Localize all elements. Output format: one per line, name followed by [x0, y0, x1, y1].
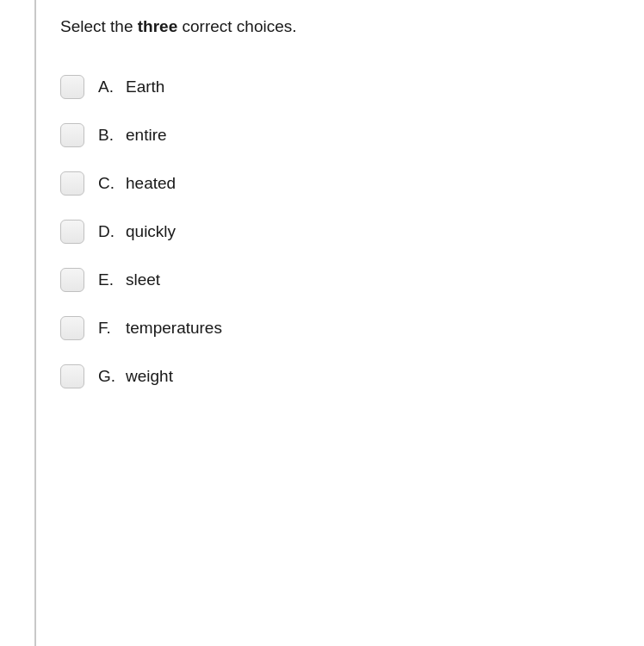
checkbox-d[interactable]	[60, 220, 84, 244]
choice-letter-f: F.	[98, 319, 117, 338]
choice-text-f: temperatures	[126, 319, 222, 338]
checkbox-a[interactable]	[60, 75, 84, 99]
choice-text-c: heated	[126, 174, 176, 193]
instruction-emphasis: three	[138, 17, 177, 35]
left-border	[0, 0, 36, 646]
checkbox-c[interactable]	[60, 171, 84, 196]
choice-text-b: entire	[126, 126, 167, 145]
choice-letter-g: G.	[98, 367, 117, 386]
checkbox-e[interactable]	[60, 268, 84, 292]
choice-item-c[interactable]: C.heated	[60, 159, 623, 208]
choice-label-e[interactable]: E.sleet	[98, 270, 160, 289]
choice-letter-e: E.	[98, 270, 117, 289]
choice-letter-c: C.	[98, 174, 117, 193]
choice-item-f[interactable]: F.temperatures	[60, 304, 623, 352]
choice-letter-b: B.	[98, 126, 117, 145]
choice-text-g: weight	[126, 367, 173, 386]
choice-label-b[interactable]: B.entire	[98, 126, 167, 145]
choice-label-d[interactable]: D.quickly	[98, 222, 176, 241]
choice-text-e: sleet	[126, 270, 160, 289]
content-area: Select the three correct choices. A.Eart…	[36, 0, 644, 646]
instruction-text: Select the three correct choices.	[60, 16, 623, 39]
choice-label-f[interactable]: F.temperatures	[98, 319, 222, 338]
checkbox-b[interactable]	[60, 123, 84, 147]
choice-item-a[interactable]: A.Earth	[60, 63, 623, 111]
choice-letter-a: A.	[98, 78, 117, 96]
checkbox-g[interactable]	[60, 364, 84, 388]
checkbox-f[interactable]	[60, 316, 84, 340]
choice-list: A.EarthB.entireC.heatedD.quicklyE.sleetF…	[60, 63, 623, 401]
choice-label-c[interactable]: C.heated	[98, 174, 176, 193]
choice-label-a[interactable]: A.Earth	[98, 78, 164, 96]
choice-item-g[interactable]: G.weight	[60, 352, 623, 401]
choice-item-b[interactable]: B.entire	[60, 111, 623, 159]
page-container: Select the three correct choices. A.Eart…	[0, 0, 644, 646]
choice-item-e[interactable]: E.sleet	[60, 256, 623, 304]
choice-text-a: Earth	[126, 78, 164, 96]
choice-item-d[interactable]: D.quickly	[60, 208, 623, 256]
choice-text-d: quickly	[126, 222, 176, 241]
choice-letter-d: D.	[98, 222, 117, 241]
choice-label-g[interactable]: G.weight	[98, 367, 173, 386]
